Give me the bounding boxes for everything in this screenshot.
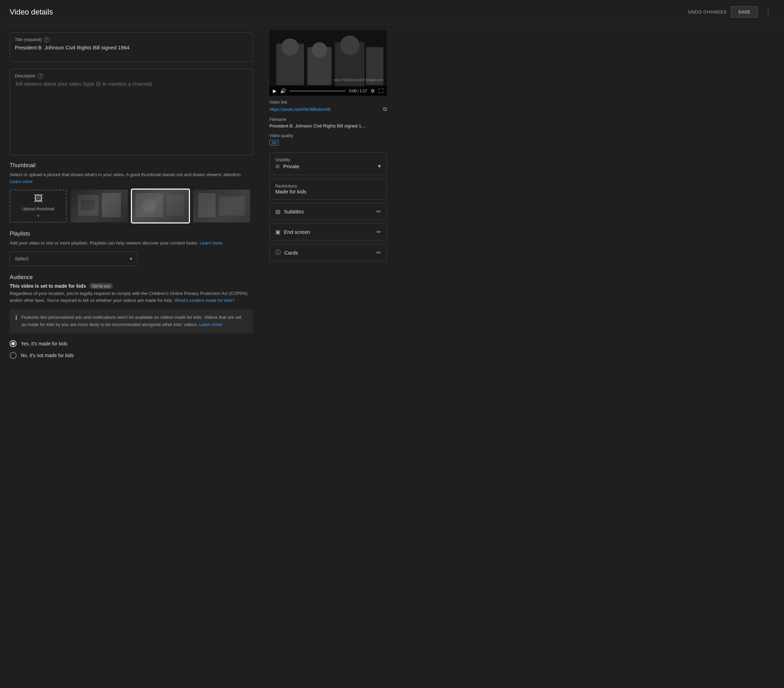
svg-rect-2: [102, 193, 121, 217]
set-by-you-badge: Set by you: [89, 283, 113, 289]
end-screen-label: End screen: [284, 229, 310, 235]
volume-button[interactable]: 🔊: [280, 88, 286, 94]
restrictions-card[interactable]: Restrictions Made for kids: [269, 179, 387, 200]
settings-button[interactable]: ⚙: [371, 88, 375, 94]
svg-rect-9: [198, 193, 216, 217]
thumbnail-desc: Select or upload a picture that shows wh…: [10, 171, 253, 185]
visibility-dropdown-icon: ▾: [378, 162, 381, 170]
svg-rect-10: [219, 196, 245, 216]
audience-made-for-kids: This video is set to made for kids: [10, 283, 86, 289]
title-help-icon[interactable]: ?: [44, 37, 49, 43]
radio-yes-label: Yes, it's made for kids: [21, 341, 68, 346]
filename-label: Filename: [269, 117, 387, 122]
radio-no-label: No, it's not made for kids: [21, 353, 74, 358]
upload-help-icon[interactable]: ?: [37, 214, 40, 219]
svg-point-13: [282, 38, 299, 56]
thumbnail-learn-more[interactable]: Learn more: [10, 179, 33, 184]
upload-icon: 🖼: [34, 193, 43, 204]
filename-section: Filename President B. Johnson Civil Righ…: [269, 117, 387, 128]
description-field-box: Description ?: [10, 69, 253, 155]
audience-info-icon: ℹ: [15, 314, 17, 321]
thumbnail-section: Thumbnail Select or upload a picture tha…: [10, 162, 253, 222]
svg-point-17: [340, 36, 359, 55]
more-options-button[interactable]: ⋮: [762, 7, 774, 18]
audience-desc: Regardless of your location, you're lega…: [10, 290, 253, 304]
description-input[interactable]: [15, 81, 248, 150]
subtitles-card-header: ▤ Subtitles ✏: [275, 208, 381, 215]
svg-rect-6: [166, 195, 184, 216]
undo-button[interactable]: UNDO CHANGES: [688, 9, 727, 15]
end-screen-card-left: ▣ End screen: [275, 229, 310, 235]
copy-link-icon[interactable]: ⧉: [383, 106, 387, 112]
page-title: Video details: [10, 8, 53, 16]
playlists-title: Playlists: [10, 231, 253, 237]
filename-value: President B. Johnson Civil Rights Bill s…: [269, 123, 387, 128]
fullscreen-button[interactable]: ⛶: [379, 88, 383, 94]
svg-point-7: [142, 199, 156, 213]
end-screen-icon: ▣: [275, 229, 280, 235]
video-link-label: Video link: [269, 100, 387, 105]
audience-status: This video is set to made for kids Set b…: [10, 283, 253, 289]
radio-yes-kids[interactable]: Yes, it's made for kids: [10, 340, 253, 347]
thumbnail-option-1[interactable]: [71, 189, 128, 222]
cards-card-left: ⓘ Cards: [275, 249, 298, 256]
save-button[interactable]: SAVE: [731, 6, 758, 18]
video-link-section: Video link https://youtu.be/HWJ89ubxrH8 …: [269, 100, 387, 112]
visibility-card-label: Visibility: [275, 158, 381, 162]
progress-bar[interactable]: [290, 91, 346, 92]
visibility-card-header: ⊘ Private ▾: [275, 162, 381, 170]
end-screen-card[interactable]: ▣ End screen ✏: [269, 224, 387, 240]
svg-rect-3: [81, 200, 95, 210]
subtitles-icon: ▤: [275, 208, 280, 215]
audience-link[interactable]: What's content made for kids?: [175, 298, 234, 303]
subtitles-card-left: ▤ Subtitles: [275, 208, 304, 215]
right-panel: www.PublicDomainFootage.com ▶ 🔊 0:00 / 1…: [262, 24, 394, 688]
video-watermark: www.PublicDomainFootage.com: [334, 78, 383, 82]
title-label: Title (required) ?: [15, 37, 248, 43]
playlist-select-value: Select: [15, 256, 28, 262]
video-link-url[interactable]: https://youtu.be/HWJ89ubxrH8: [269, 107, 331, 112]
thumbnail-option-2[interactable]: [132, 189, 189, 222]
upload-thumb-label: Upload thumbnail: [22, 207, 54, 211]
cards-edit-icon[interactable]: ✏: [376, 249, 381, 256]
video-link-row: https://youtu.be/HWJ89ubxrH8 ⧉: [269, 106, 387, 112]
playlist-select[interactable]: Select ▾: [10, 252, 137, 266]
svg-point-15: [312, 42, 327, 58]
header-actions: UNDO CHANGES SAVE ⋮: [688, 6, 774, 18]
end-screen-edit-icon[interactable]: ✏: [376, 229, 381, 235]
description-label: Description ?: [15, 73, 248, 79]
audience-info-learn-more[interactable]: Learn more: [199, 322, 222, 327]
cards-card-header: ⓘ Cards ✏: [275, 249, 381, 256]
upload-thumbnail-button[interactable]: 🖼 Upload thumbnail ?: [10, 189, 67, 222]
quality-badge: SD: [269, 140, 279, 145]
audience-info-box: ℹ Features like personalized ads and not…: [10, 309, 253, 333]
visibility-value: Private: [283, 163, 300, 169]
cards-card[interactable]: ⓘ Cards ✏: [269, 244, 387, 262]
subtitles-label: Subtitles: [284, 209, 304, 214]
visibility-card[interactable]: Visibility ⊘ Private ▾: [269, 152, 387, 175]
restrictions-card-label: Restrictions: [275, 184, 381, 189]
audience-section: Audience This video is set to made for k…: [10, 274, 253, 359]
subtitles-edit-icon[interactable]: ✏: [376, 208, 381, 215]
radio-no-kids[interactable]: No, it's not made for kids: [10, 352, 253, 359]
header: Video details UNDO CHANGES SAVE ⋮: [0, 0, 784, 24]
thumbnail-row: 🖼 Upload thumbnail ?: [10, 189, 253, 222]
radio-no-indicator: [10, 352, 16, 359]
cards-icon: ⓘ: [275, 249, 281, 256]
playlists-learn-more[interactable]: Learn more: [199, 240, 222, 245]
thumbnail-option-3[interactable]: [193, 189, 250, 222]
radio-yes-indicator: [10, 340, 16, 347]
subtitles-card[interactable]: ▤ Subtitles ✏: [269, 203, 387, 220]
description-help-icon[interactable]: ?: [38, 73, 43, 79]
quality-label: Video quality: [269, 133, 387, 138]
video-preview: www.PublicDomainFootage.com ▶ 🔊 0:00 / 1…: [269, 30, 387, 95]
title-field-box: Title (required) ?: [10, 33, 253, 62]
video-controls: ▶ 🔊 0:00 / 1:17 ⚙ ⛶: [269, 86, 387, 95]
cards-label: Cards: [284, 250, 298, 255]
quality-section: Video quality SD: [269, 133, 387, 145]
audience-title: Audience: [10, 274, 253, 280]
play-button[interactable]: ▶: [273, 88, 277, 94]
title-input[interactable]: [15, 44, 248, 56]
time-display: 0:00 / 1:17: [349, 89, 367, 93]
end-screen-card-header: ▣ End screen ✏: [275, 229, 381, 235]
